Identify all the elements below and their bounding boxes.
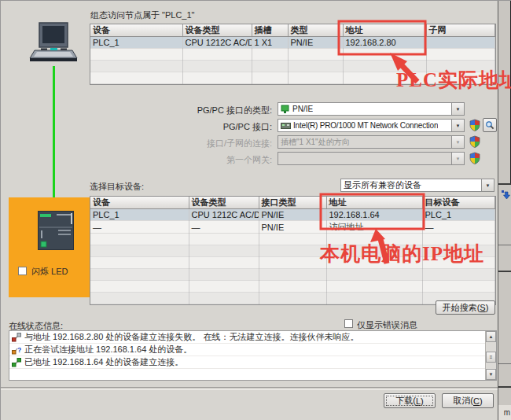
table-row[interactable]: PLC_1 CPU 1212C AC/D... PN/IE 192.168.1.… xyxy=(90,209,494,221)
chevron-down-icon: ▼ xyxy=(451,153,464,164)
cell-device-type: — xyxy=(189,221,259,234)
first-gateway-select: ▼ xyxy=(278,152,465,165)
chevron-down-icon[interactable]: ▼ xyxy=(451,103,464,115)
pgpc-type-select[interactable]: PN/IE ▼ xyxy=(278,102,465,116)
cell-interface-type: PN/IE xyxy=(259,221,326,234)
download-to-device-dialog: m 闪烁 LED 组态访问节点属于 "PLC_1" 设备 xyxy=(0,0,511,420)
footer-divider xyxy=(1,387,498,390)
strip-divider xyxy=(498,386,511,388)
flash-led-checkbox[interactable] xyxy=(18,267,27,275)
pgpc-type-label: PG/PC 接口的类型: xyxy=(142,105,272,116)
column-header[interactable]: 设备类型 xyxy=(182,24,252,37)
button-label: 下载( xyxy=(395,395,416,407)
column-header[interactable]: 类型 xyxy=(288,24,343,37)
chevron-down-icon[interactable]: ▼ xyxy=(451,120,464,131)
plc-device-icon xyxy=(38,211,74,250)
cell-access-address[interactable]: 访问地址 xyxy=(326,221,422,234)
nic-icon xyxy=(281,122,291,130)
strip-divider xyxy=(498,363,511,364)
browse-interfaces-button[interactable] xyxy=(483,118,497,132)
plc-address-note: PLC实际地址 xyxy=(396,67,511,93)
status-message[interactable]: 已地址 192.168.1.64 处的设备建立连接。 xyxy=(9,356,490,369)
table-row[interactable]: — — PN/IE 访问地址 — xyxy=(90,221,494,234)
connection-failed-icon xyxy=(12,333,21,342)
status-message[interactable]: 与地址 192.168.2.80 处的设备建立连接失败。 在线：无法建立连接。连… xyxy=(9,331,490,344)
cell-device: PLC_1 xyxy=(90,37,182,49)
cancel-button[interactable]: 取消(C) xyxy=(442,393,494,408)
column-header[interactable]: 设备 xyxy=(90,24,182,37)
scrollbar[interactable]: ▲ ≡ ▼ xyxy=(485,331,496,380)
column-header[interactable]: 设备 xyxy=(90,197,189,209)
cell-device: PLC_1 xyxy=(90,209,189,221)
subnet-connection-select: 插槽"1 X1"处的方向 ▼ xyxy=(278,135,465,149)
connection-trying-icon: ? xyxy=(12,345,21,355)
shield-icon xyxy=(469,135,480,148)
status-message-text: 正在尝试连接地址 192.168.1.64 处的设备。 xyxy=(24,344,192,356)
chevron-down-icon[interactable]: ▼ xyxy=(481,179,494,191)
cell-type: PN/IE xyxy=(288,37,343,49)
pgpc-interface-label: PG/PC 接口: xyxy=(142,121,272,133)
cell-target-device: — xyxy=(422,221,494,234)
pgpc-type-value: PN/IE xyxy=(292,105,313,113)
column-header[interactable]: 插槽 xyxy=(252,24,288,37)
download-button[interactable]: 下载(L) xyxy=(384,393,436,408)
status-message-text: 已地址 192.168.1.64 处的设备建立连接。 xyxy=(24,356,183,368)
strip-divider xyxy=(498,183,511,185)
scroll-thumb[interactable]: ≡ xyxy=(486,352,496,363)
column-header[interactable]: 子网 xyxy=(426,24,494,37)
scroll-up-icon[interactable]: ▲ xyxy=(486,331,496,342)
table-row xyxy=(90,293,494,304)
pgpc-interface-select[interactable]: Intel(R) PRO/1000 MT Network Connection … xyxy=(278,119,465,132)
table-row xyxy=(90,269,494,281)
pnie-icon xyxy=(281,105,290,114)
cell-device: — xyxy=(90,221,189,234)
table-row[interactable]: PLC_1 CPU 1212C AC/D... 1 X1 PN/IE 192.1… xyxy=(90,37,494,49)
start-search-button[interactable]: 开始搜索(S) xyxy=(436,300,495,315)
subnet-connection-value: 插槽"1 X1"处的方向 xyxy=(281,137,350,148)
button-label: 开始搜索( xyxy=(443,302,480,314)
chevron-down-icon: ▼ xyxy=(451,136,464,148)
cell-interface-type: PN/IE xyxy=(259,209,326,221)
cell-address: 192.168.1.64 xyxy=(326,209,422,221)
cell-subnet xyxy=(426,37,494,49)
column-header[interactable]: 接口类型 xyxy=(259,197,326,209)
compatible-devices-filter-select[interactable]: 显示所有兼容的设备 ▼ xyxy=(340,179,494,192)
scroll-down-icon[interactable]: ▼ xyxy=(486,369,496,380)
shield-icon xyxy=(469,152,480,164)
shield-icon xyxy=(469,119,480,131)
column-header[interactable]: 目标设备 xyxy=(422,197,494,209)
cell-device-type: CPU 1212C AC/D... xyxy=(182,37,252,49)
column-header[interactable]: 地址 xyxy=(326,197,422,209)
table-row xyxy=(90,281,494,293)
laptop-icon xyxy=(29,22,78,67)
strip-divider xyxy=(498,245,511,245)
strip-corner-text: m xyxy=(504,408,510,417)
cell-target-device: PLC_1 xyxy=(422,209,494,221)
configured-nodes-title: 组态访问节点属于 "PLC_1" xyxy=(90,9,195,21)
status-message-list: 与地址 192.168.2.80 处的设备建立连接失败。 在线：无法建立连接。连… xyxy=(9,330,497,381)
select-target-label: 选择目标设备: xyxy=(90,181,144,193)
background-icon xyxy=(501,190,511,200)
column-header[interactable]: 设备类型 xyxy=(189,197,259,209)
status-message[interactable]: ? 正在尝试连接地址 192.168.1.64 处的设备。 xyxy=(9,344,490,356)
only-errors-checkbox[interactable] xyxy=(344,319,353,328)
connection-ok-icon xyxy=(12,358,21,367)
background-app-strip: m xyxy=(498,1,511,420)
column-header[interactable]: 地址 xyxy=(343,24,426,37)
cell-device-type: CPU 1212C AC/D... xyxy=(189,209,259,221)
magnifier-icon xyxy=(485,120,494,130)
table-header-row: 设备 设备类型 接口类型 地址 目标设备 xyxy=(90,197,494,209)
first-gateway-label: 第一个网关: xyxy=(142,154,272,166)
cell-address: 192.168.2.80 xyxy=(343,37,426,49)
table-row xyxy=(90,49,494,61)
button-label: 取消( xyxy=(453,395,473,407)
table-header-row: 设备 设备类型 插槽 类型 地址 子网 xyxy=(90,24,494,37)
svg-text:?: ? xyxy=(17,346,21,354)
strip-statusbar: m xyxy=(498,405,511,420)
cell-slot: 1 X1 xyxy=(252,37,288,49)
filter-value: 显示所有兼容的设备 xyxy=(344,179,421,191)
subnet-connection-label: 接口/子网的连接: xyxy=(142,138,272,149)
strip-divider xyxy=(498,271,511,272)
only-errors-label: 仅显示错误消息 xyxy=(357,319,417,331)
pgpc-interface-value: Intel(R) PRO/1000 MT Network Connection xyxy=(293,121,438,130)
